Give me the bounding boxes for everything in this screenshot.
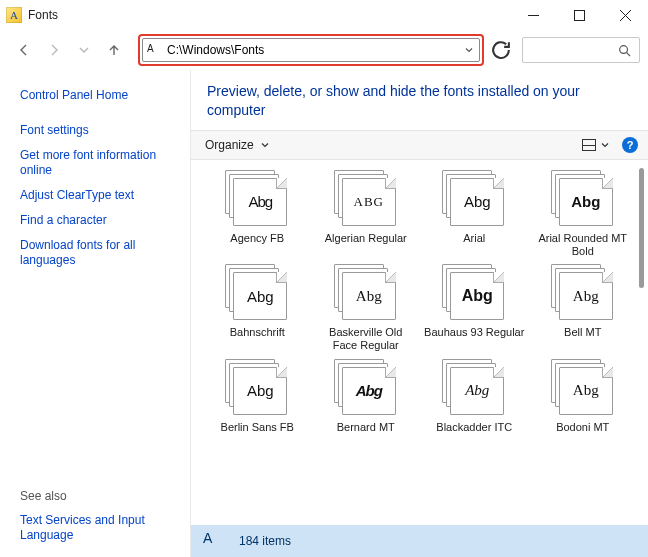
chevron-down-icon (600, 140, 610, 150)
font-item[interactable]: AbgArial (422, 170, 527, 258)
font-grid: AbgAgency FBABGAlgerian RegularAbgArialA… (191, 160, 639, 525)
address-bar[interactable]: A C:\Windows\Fonts (142, 38, 480, 62)
font-label: Algerian Regular (314, 232, 419, 245)
font-sample: ABG (354, 194, 384, 210)
font-item[interactable]: AbgBodoni MT (531, 359, 636, 434)
sidebar-link-more-info[interactable]: Get more font information online (20, 144, 180, 184)
font-label: Arial (422, 232, 527, 245)
font-label: Blackadder ITC (422, 421, 527, 434)
font-item[interactable]: AbgBerlin Sans FB (205, 359, 310, 434)
close-button[interactable] (602, 0, 648, 30)
font-label: Agency FB (205, 232, 310, 245)
minimize-button[interactable] (510, 0, 556, 30)
up-button[interactable] (104, 40, 124, 60)
recent-locations-button[interactable] (74, 40, 94, 60)
font-item[interactable]: AbgBaskerville Old Face Regular (314, 264, 419, 352)
font-item[interactable]: AbgBell MT (531, 264, 636, 352)
window-title: Fonts (28, 8, 58, 22)
address-path: C:\Windows\Fonts (167, 43, 463, 57)
svg-rect-0 (574, 10, 584, 20)
seealso-text-services[interactable]: Text Services and Input Language (20, 509, 180, 549)
font-label: Berlin Sans FB (205, 421, 310, 434)
sidebar: Control Panel Home Font settings Get mor… (0, 70, 190, 557)
maximize-button[interactable] (556, 0, 602, 30)
address-dropdown-icon[interactable] (463, 44, 475, 56)
font-sample: Abg (462, 287, 493, 305)
font-label: Bernard MT (314, 421, 419, 434)
font-sample: Abg (465, 382, 489, 399)
page-heading: Preview, delete, or show and hide the fo… (191, 70, 648, 130)
nav-toolbar: A C:\Windows\Fonts (0, 30, 648, 70)
sidebar-link-find-char[interactable]: Find a character (20, 209, 180, 234)
font-sample: Abg (573, 288, 599, 305)
font-item[interactable]: AbgArial Rounded MT Bold (531, 170, 636, 258)
font-preview: Abg (225, 264, 289, 320)
font-preview: Abg (551, 264, 615, 320)
view-options-button[interactable] (582, 139, 610, 151)
font-preview: Abg (334, 264, 398, 320)
font-item[interactable]: ABGAlgerian Regular (314, 170, 419, 258)
font-preview: Abg (551, 170, 615, 226)
fonts-folder-icon: A (203, 530, 225, 552)
sidebar-home[interactable]: Control Panel Home (20, 84, 180, 109)
font-sample: Abg (248, 193, 272, 210)
view-icon (582, 139, 596, 151)
main-panel: Preview, delete, or show and hide the fo… (190, 70, 648, 557)
font-item[interactable]: AbgAgency FB (205, 170, 310, 258)
search-icon (618, 44, 631, 57)
font-preview: Abg (442, 170, 506, 226)
fonts-folder-icon: A (147, 43, 161, 57)
back-button[interactable] (14, 40, 34, 60)
seealso-label: See also (20, 489, 180, 503)
font-preview: Abg (442, 359, 506, 415)
font-label: Bodoni MT (531, 421, 636, 434)
search-input[interactable] (522, 37, 640, 63)
font-item[interactable]: AbgBahnschrift (205, 264, 310, 352)
font-item[interactable]: AbgBlackadder ITC (422, 359, 527, 434)
font-sample: Abg (356, 288, 382, 305)
scrollbar-thumb[interactable] (639, 168, 644, 288)
help-button[interactable]: ? (622, 137, 638, 153)
status-count: 184 items (239, 534, 291, 548)
font-label: Bell MT (531, 326, 636, 339)
font-label: Arial Rounded MT Bold (531, 232, 636, 258)
sidebar-link-cleartype[interactable]: Adjust ClearType text (20, 184, 180, 209)
sidebar-link-download[interactable]: Download fonts for all languages (20, 234, 180, 274)
font-preview: ABG (334, 170, 398, 226)
toolbar: Organize ? (191, 130, 648, 160)
font-preview: Abg (551, 359, 615, 415)
titlebar: A Fonts (0, 0, 648, 30)
font-label: Bahnschrift (205, 326, 310, 339)
font-sample: Abg (247, 382, 274, 399)
font-item[interactable]: AbgBauhaus 93 Regular (422, 264, 527, 352)
font-preview: Abg (442, 264, 506, 320)
svg-point-1 (620, 45, 628, 53)
sidebar-link-font-settings[interactable]: Font settings (20, 119, 180, 144)
font-preview: Abg (225, 359, 289, 415)
font-preview: Abg (334, 359, 398, 415)
organize-label: Organize (205, 138, 254, 152)
status-bar: A 184 items (191, 525, 648, 557)
address-highlight: A C:\Windows\Fonts (138, 34, 484, 66)
chevron-down-icon (260, 140, 270, 150)
font-sample: Abg (464, 193, 491, 210)
fonts-app-icon: A (6, 7, 22, 23)
font-item[interactable]: AbgBernard MT (314, 359, 419, 434)
font-sample: Abg (356, 382, 382, 399)
font-label: Bauhaus 93 Regular (422, 326, 527, 339)
font-sample: Abg (573, 382, 599, 399)
organize-button[interactable]: Organize (205, 138, 270, 152)
forward-button[interactable] (44, 40, 64, 60)
font-sample: Abg (247, 288, 274, 305)
refresh-button[interactable] (490, 39, 512, 61)
font-sample: Abg (571, 193, 600, 210)
font-label: Baskerville Old Face Regular (314, 326, 419, 352)
font-preview: Abg (225, 170, 289, 226)
